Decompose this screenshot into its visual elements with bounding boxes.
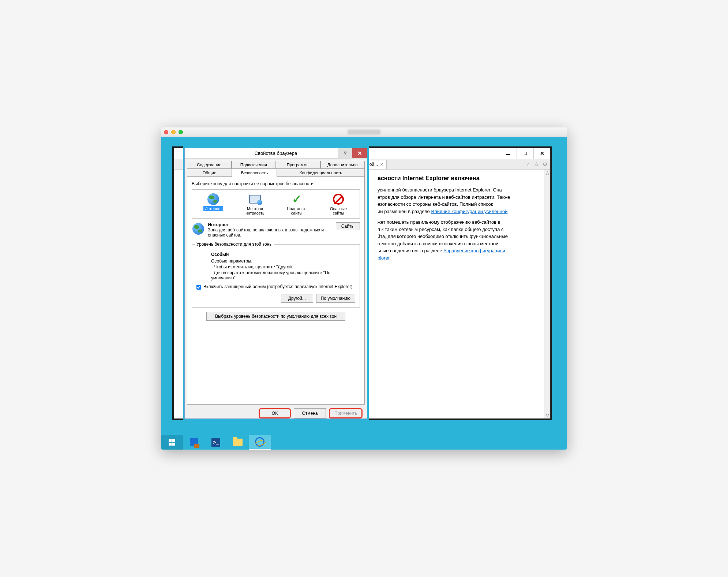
taskbar-server-manager[interactable] bbox=[183, 435, 205, 450]
zone-title: Интернет bbox=[208, 222, 229, 227]
protected-mode-checkbox[interactable] bbox=[196, 285, 201, 290]
tab-connections[interactable]: Подключения bbox=[232, 161, 276, 169]
sites-button[interactable]: Сайты bbox=[336, 222, 360, 230]
ie-scrollbar[interactable]: ⋀ ⋁ bbox=[544, 170, 550, 418]
browser-properties-dialog: Свойства браузера ? ✕ Содержание Подключ… bbox=[184, 148, 367, 419]
ie-toolbar-icons: ⌂ ☆ ⚙ bbox=[527, 161, 547, 168]
protected-mode-label: Включить защищенный режим (потребуется п… bbox=[203, 284, 352, 289]
tab-programs[interactable]: Программы bbox=[276, 161, 320, 169]
taskbar-powershell[interactable]: >_ bbox=[205, 435, 227, 450]
ok-button[interactable]: ОК bbox=[259, 408, 291, 418]
zone-prompt-label: Выберите зону для настройки ее параметро… bbox=[192, 181, 360, 186]
page-heading: асности Internet Explorer включена bbox=[378, 174, 544, 183]
dialog-close-button[interactable]: ✕ bbox=[352, 148, 367, 158]
zone-internet[interactable]: Интернет bbox=[194, 192, 233, 216]
zone-restricted[interactable]: Опасные сайты bbox=[319, 192, 358, 216]
checkmark-icon: ✓ bbox=[290, 193, 303, 206]
tab-general[interactable]: Общие bbox=[187, 169, 232, 177]
dialog-help-button[interactable]: ? bbox=[338, 148, 352, 158]
remote-desktop: ▬ ☐ ✕ ной... ✕ ⌂ ☆ ⚙ асности Internet Ex… bbox=[161, 137, 567, 450]
zone-selector: Интернет Местная интрасеть ✓ Надежные са… bbox=[192, 189, 360, 219]
mac-titlebar bbox=[161, 127, 567, 137]
page-link-1[interactable]: Влияние конфигурации усиленной bbox=[431, 209, 507, 214]
page-paragraph-1: усиленной безопасности браузера Internet… bbox=[378, 186, 544, 215]
ie-tab-label: ной... bbox=[367, 162, 378, 167]
security-tab-panel: Выберите зону для настройки ее параметро… bbox=[187, 177, 365, 405]
gear-icon[interactable]: ⚙ bbox=[543, 161, 547, 168]
ie-maximize-button[interactable]: ☐ bbox=[517, 148, 533, 159]
globe-icon bbox=[192, 222, 205, 235]
globe-icon bbox=[207, 193, 220, 206]
mac-close-button[interactable] bbox=[164, 130, 168, 134]
favorites-icon[interactable]: ☆ bbox=[534, 161, 539, 168]
folder-icon bbox=[233, 439, 243, 446]
reset-all-zones-button[interactable]: Выбрать уровень безопасности по умолчани… bbox=[206, 312, 345, 321]
custom-level-button[interactable]: Другой... bbox=[281, 294, 313, 303]
start-button[interactable] bbox=[161, 435, 183, 450]
apply-button[interactable]: Применить bbox=[329, 408, 363, 418]
page-paragraph-2: жет помешать правильному отображению веб… bbox=[378, 219, 544, 261]
dialog-titlebar: Свойства браузера ? ✕ bbox=[185, 148, 367, 159]
home-icon[interactable]: ⌂ bbox=[527, 161, 530, 168]
mac-title-blurred bbox=[348, 130, 380, 135]
ie-minimize-button[interactable]: ▬ bbox=[500, 148, 517, 159]
mac-minimize-button[interactable] bbox=[171, 130, 176, 134]
taskbar-explorer[interactable] bbox=[227, 435, 249, 450]
tab-privacy[interactable]: Конфиденциальность bbox=[277, 169, 365, 177]
scroll-down-icon[interactable]: ⋁ bbox=[544, 412, 550, 418]
page-link-2[interactable]: Управление конфигурацией bbox=[443, 248, 505, 253]
cancel-button[interactable]: Отмена bbox=[294, 408, 326, 418]
windows-icon bbox=[169, 439, 175, 446]
mac-window: ▬ ☐ ✕ ной... ✕ ⌂ ☆ ⚙ асности Internet Ex… bbox=[161, 127, 567, 450]
server-icon bbox=[190, 438, 198, 446]
mac-zoom-button[interactable] bbox=[179, 130, 183, 134]
zone-trusted[interactable]: ✓ Надежные сайты bbox=[277, 192, 316, 216]
ie-close-button[interactable]: ✕ bbox=[533, 148, 550, 159]
security-level-fieldset: Уровень безопасности для этой зоны Особы… bbox=[192, 244, 360, 308]
dialog-body: Содержание Подключения Программы Дополни… bbox=[185, 159, 367, 421]
scroll-up-icon[interactable]: ⋀ bbox=[544, 170, 550, 176]
zone-desc-text: Зона для веб-сайтов, не включенных в зон… bbox=[208, 227, 333, 238]
ie-tab-close-icon[interactable]: ✕ bbox=[380, 162, 383, 167]
zone-description: Интернет Зона для веб-сайтов, не включен… bbox=[192, 222, 360, 238]
protected-mode-checkbox-row[interactable]: Включить защищенный режим (потребуется п… bbox=[196, 284, 355, 290]
taskbar-ie[interactable] bbox=[249, 435, 271, 450]
dialog-tabs: Содержание Подключения Программы Дополни… bbox=[187, 161, 365, 177]
tab-content[interactable]: Содержание bbox=[187, 161, 232, 169]
default-level-button[interactable]: По умолчанию bbox=[316, 294, 355, 303]
level-description: Особый Особые параметры. - Чтобы изменит… bbox=[211, 252, 355, 280]
powershell-icon: >_ bbox=[211, 438, 220, 447]
tab-security[interactable]: Безопасность bbox=[232, 169, 277, 177]
dialog-title: Свойства браузера bbox=[255, 150, 297, 156]
page-link-2b[interactable]: plorer bbox=[378, 255, 390, 261]
taskbar: >_ bbox=[161, 435, 567, 450]
zone-intranet[interactable]: Местная интрасеть bbox=[235, 192, 275, 216]
fieldset-legend: Уровень безопасности для этой зоны bbox=[195, 242, 274, 247]
intranet-icon bbox=[248, 193, 262, 206]
dialog-buttons: ОК Отмена Применить bbox=[187, 408, 365, 418]
ie-icon bbox=[255, 437, 264, 447]
prohibited-icon bbox=[332, 193, 345, 206]
tab-advanced[interactable]: Дополнительно bbox=[320, 161, 365, 169]
